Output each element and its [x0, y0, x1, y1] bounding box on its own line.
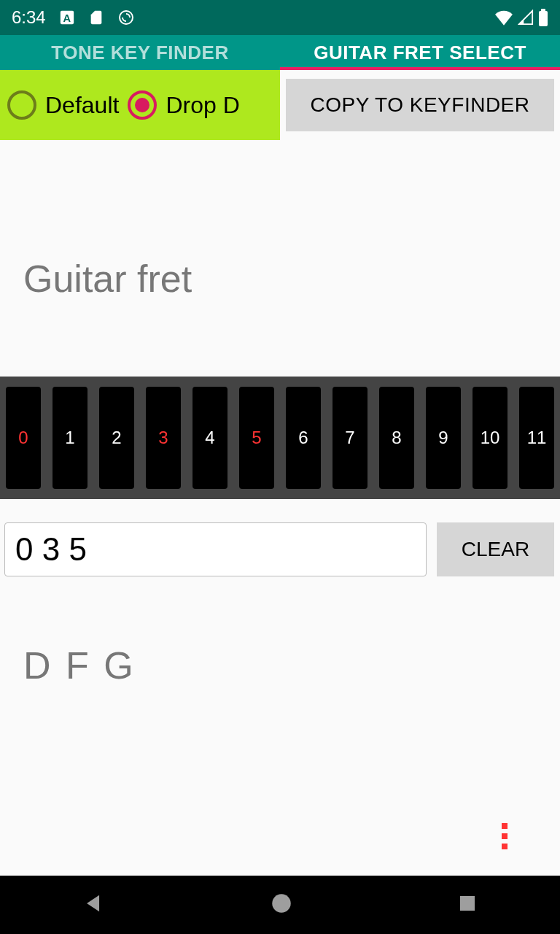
fretboard: 01234567891011 — [0, 377, 560, 499]
copy-to-keyfinder-button[interactable]: COPY TO KEYFINDER — [286, 79, 554, 131]
content-area: Guitar fret 01234567891011 CLEAR D F G — [0, 140, 560, 876]
svg-text:A: A — [63, 12, 71, 24]
page-heading: Guitar fret — [23, 257, 192, 301]
svg-rect-3 — [539, 11, 548, 26]
fret-0[interactable]: 0 — [6, 387, 41, 489]
fret-6[interactable]: 6 — [286, 387, 321, 489]
tab-tone-key-finder[interactable]: TONE KEY FINDER — [0, 35, 280, 70]
sd-card-icon — [88, 9, 104, 26]
fret-7[interactable]: 7 — [332, 387, 368, 489]
nav-back-icon[interactable] — [82, 891, 106, 919]
notes-display: D F G — [23, 644, 136, 687]
cell-signal-icon — [518, 9, 534, 26]
fret-2[interactable]: 2 — [99, 387, 134, 489]
radio-default-label: Default — [45, 92, 119, 119]
tab-bar: TONE KEY FINDER GUITAR FRET SELECT — [0, 35, 560, 70]
svg-point-5 — [272, 894, 291, 913]
fret-8[interactable]: 8 — [379, 387, 414, 489]
input-row: CLEAR — [4, 522, 554, 576]
nav-recent-icon[interactable] — [456, 892, 478, 917]
status-bar: 6:34 A — [0, 0, 560, 35]
radio-default[interactable]: Default — [7, 90, 119, 120]
nav-bar — [0, 876, 560, 934]
fret-4[interactable]: 4 — [192, 387, 228, 489]
tuning-radio-group: Default Drop D — [0, 70, 280, 140]
fret-11[interactable]: 11 — [519, 387, 554, 489]
radio-drop-d[interactable]: Drop D — [128, 90, 239, 120]
fret-input[interactable] — [4, 522, 427, 576]
svg-rect-6 — [460, 896, 475, 911]
fret-1[interactable]: 1 — [52, 387, 88, 489]
status-time: 6:34 — [12, 7, 46, 28]
fret-9[interactable]: 9 — [426, 387, 461, 489]
sync-icon — [117, 9, 135, 26]
fret-5[interactable]: 5 — [239, 387, 274, 489]
svg-rect-4 — [541, 9, 545, 12]
fret-10[interactable]: 10 — [472, 387, 508, 489]
clear-button[interactable]: CLEAR — [437, 522, 554, 576]
battery-icon — [538, 9, 548, 26]
wifi-icon — [494, 9, 513, 26]
tab-guitar-fret-select[interactable]: GUITAR FRET SELECT — [280, 35, 560, 70]
radio-icon — [7, 90, 36, 120]
radio-dropd-label: Drop D — [166, 92, 239, 119]
options-row: Default Drop D COPY TO KEYFINDER — [0, 70, 560, 140]
radio-icon — [128, 90, 157, 120]
keyboard-icon: A — [59, 9, 75, 26]
nav-home-icon[interactable] — [269, 891, 294, 919]
svg-point-2 — [120, 11, 133, 24]
fret-3[interactable]: 3 — [146, 387, 181, 489]
more-icon[interactable] — [502, 823, 508, 849]
